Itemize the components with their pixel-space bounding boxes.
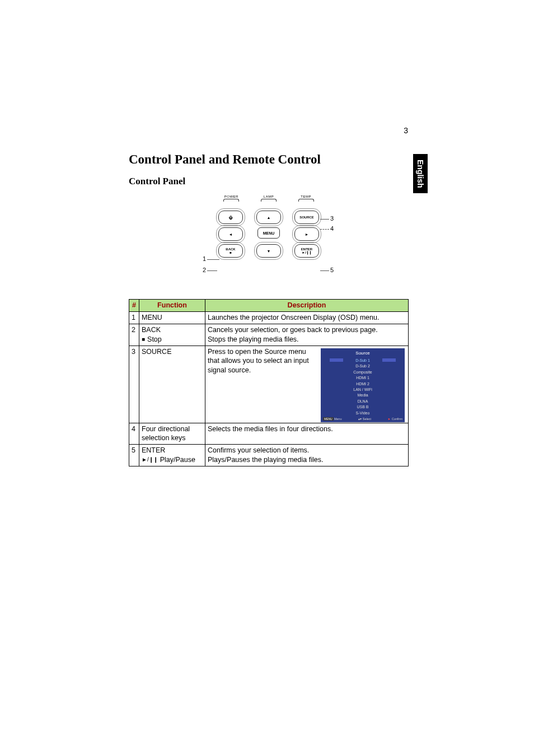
down-button: ▼ xyxy=(256,244,281,258)
header-description: Description xyxy=(205,300,409,312)
table-row: 3 SOURCE Press to open the Source menu t… xyxy=(129,346,409,423)
power-button: ⏻ xyxy=(218,211,243,224)
header-num: # xyxy=(129,300,139,312)
callout-4: 4 xyxy=(330,225,334,232)
back-button: BACK■ xyxy=(218,244,243,258)
callout-2: 2 xyxy=(203,267,206,273)
menu-button: MENU xyxy=(257,227,280,239)
right-button: ► xyxy=(294,227,319,241)
page-content: Control Panel and Remote Control Control… xyxy=(129,152,409,466)
left-button: ◄ xyxy=(218,227,243,241)
enter-button: ENTER►/❙❙ xyxy=(294,244,319,258)
section-heading: Control Panel and Remote Control xyxy=(129,152,409,167)
callout-5: 5 xyxy=(330,267,334,273)
table-row: 2 BACK ■Stop Cancels your selection, or … xyxy=(129,324,409,346)
callout-1: 1 xyxy=(203,255,206,262)
table-row: 5 ENTER ►/❙❙Play/Pause Confirms your sel… xyxy=(129,445,409,466)
up-button: ▲ xyxy=(256,211,281,224)
led-temp: TEMP xyxy=(298,195,314,202)
language-tab: English xyxy=(413,154,428,193)
led-power: POWER xyxy=(223,195,239,202)
table-row: 4 Four directional selection keys Select… xyxy=(129,423,409,445)
source-button: SOURCE xyxy=(294,211,319,224)
function-table: # Function Description 1 MENU Launches t… xyxy=(129,299,409,466)
control-panel-figure: POWER LAMP TEMP ⏻ ▲ SOURCE ◄ MENU ► BACK… xyxy=(129,195,409,290)
subsection-heading: Control Panel xyxy=(129,176,409,187)
source-menu-illustration: Source D-Sub 1 D-Sub 2 Composite HDMI 1 … xyxy=(321,348,405,423)
page-number: 3 xyxy=(404,126,408,135)
callout-3: 3 xyxy=(330,215,334,222)
header-function: Function xyxy=(139,300,205,312)
led-lamp: LAMP xyxy=(261,195,277,202)
table-row: 1 MENU Launches the projector Onscreen D… xyxy=(129,311,409,324)
